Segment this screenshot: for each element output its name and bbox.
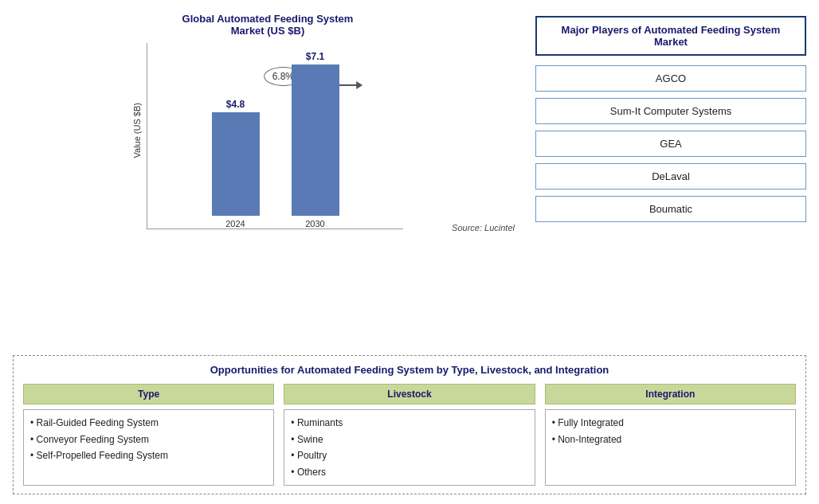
list-item: Others <box>291 464 527 480</box>
players-title: Major Players of Automated Feeding Syste… <box>535 16 806 56</box>
player-item: Sum-It Computer Systems <box>535 98 806 124</box>
bar-label-2030: 2030 <box>305 219 324 229</box>
list-item: Fully Integrated <box>552 415 789 431</box>
bars-row: 6.8% $4.8 2024 $7.1 2030 <box>147 43 403 229</box>
list-item: Conveyor Feeding System <box>30 432 267 447</box>
opp-header-type: Type <box>23 384 274 404</box>
opp-column-livestock: Livestock RuminantsSwinePoultryOthers <box>284 384 535 486</box>
y-axis-label: Value (US $B) <box>132 103 142 158</box>
bar-label-2024: 2024 <box>225 219 245 229</box>
bar-value-2024: $4.8 <box>226 99 245 110</box>
list-item: Non-Integrated <box>552 432 789 447</box>
opp-column-type: Type Rail-Guided Feeding SystemConveyor … <box>23 384 274 486</box>
opp-header-integration: Integration <box>545 384 796 404</box>
list-item: Self-Propelled Feeding System <box>30 447 267 463</box>
bar-value-2030: $7.1 <box>306 51 324 62</box>
opp-column-integration: Integration Fully IntegratedNon-Integrat… <box>545 384 796 486</box>
opp-header-livestock: Livestock <box>284 384 535 404</box>
opp-content-integration: Fully IntegratedNon-Integrated <box>545 409 796 486</box>
list-item: Rail-Guided Feeding System <box>30 415 267 431</box>
bar-group-2030: $7.1 2030 <box>292 51 339 229</box>
opportunities-title: Opportunities for Automated Feeding Syst… <box>23 364 796 376</box>
chart-area: Global Automated Feeding System Market (… <box>13 13 523 349</box>
chart-title: Global Automated Feeding System Market (… <box>182 13 354 37</box>
bar-2024 <box>212 112 260 216</box>
list-item: Swine <box>291 432 527 447</box>
bar-group-2024: $4.8 2024 <box>212 99 260 229</box>
opp-content-type: Rail-Guided Feeding SystemConveyor Feedi… <box>23 409 274 486</box>
player-item: GEA <box>535 131 806 157</box>
bar-2030 <box>292 64 339 216</box>
bars-container: 6.8% $4.8 2024 $7.1 2030 <box>147 43 403 218</box>
player-item: DeLaval <box>535 163 806 189</box>
list-item: Ruminants <box>291 415 527 431</box>
opp-columns: Type Rail-Guided Feeding SystemConveyor … <box>23 384 796 486</box>
player-item: Boumatic <box>535 196 806 222</box>
opportunities-section: Opportunities for Automated Feeding Syst… <box>13 355 806 494</box>
opp-content-livestock: RuminantsSwinePoultryOthers <box>284 409 535 486</box>
player-item: AGCO <box>535 65 806 92</box>
players-area: Major Players of Automated Feeding Syste… <box>535 13 806 349</box>
players-list: AGCOSum-It Computer SystemsGEADeLavalBou… <box>535 65 806 229</box>
chart-wrapper: Value (US $B) 6.8% $4.8 2024 <box>132 43 403 218</box>
list-item: Poultry <box>291 447 527 463</box>
